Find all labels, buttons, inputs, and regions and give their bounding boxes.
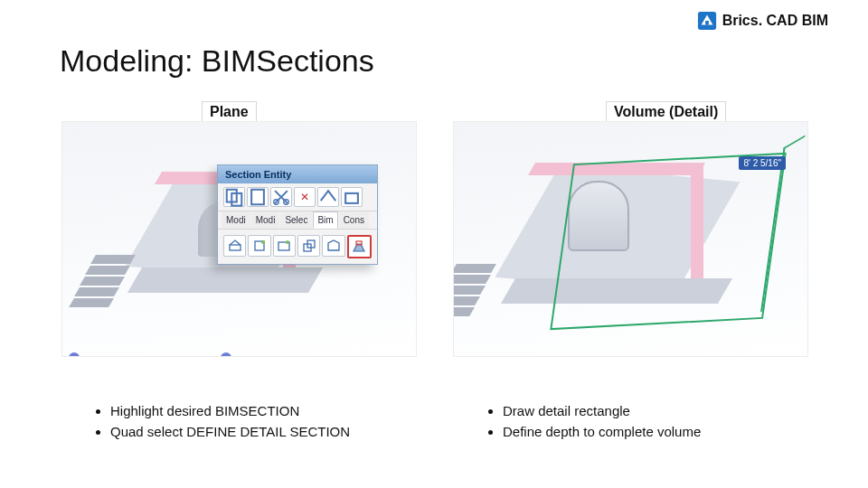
svg-rect-7 [345, 193, 358, 203]
bricscad-logo-icon [697, 11, 717, 31]
stairs [454, 264, 497, 318]
detail-volume-box [550, 153, 787, 330]
quad-toolbar: ✕ [218, 183, 377, 211]
quad-tab-2[interactable]: Selec [280, 211, 312, 229]
brand-name: Brics. CAD BIM [722, 13, 828, 29]
viewport-volume: 8' 2 5/16" [453, 121, 808, 357]
quad-tabs: Modi Modi Selec Bim Cons [218, 211, 377, 230]
slide-title: Modeling: BIMSections [60, 43, 374, 79]
bullets-right: Draw detail rectangle Define depth to co… [486, 401, 701, 442]
brand: Brics. CAD BIM [697, 11, 828, 31]
dimension-chip: 8' 2 5/16" [739, 156, 786, 170]
tool-more-icon[interactable] [341, 187, 363, 207]
bullet-item: Draw detail rectangle [503, 401, 701, 422]
base-slab [127, 267, 322, 293]
column-label-plane: Plane [202, 101, 257, 123]
bim-icon-5[interactable] [322, 235, 344, 257]
quad-popup[interactable]: Section Entity ✕ Modi Modi Selec Bim Con… [217, 164, 378, 265]
bim-icon-1[interactable] [223, 235, 246, 257]
svg-rect-1 [705, 21, 709, 25]
tool-cut-icon[interactable] [270, 187, 292, 207]
quad-popup-title: Section Entity [218, 165, 377, 183]
bim-icon-4[interactable] [297, 235, 320, 257]
quad-tab-3[interactable]: Bim [313, 211, 337, 229]
bullet-item: Quad select DEFINE DETAIL SECTION [110, 422, 350, 443]
svg-rect-8 [230, 245, 241, 250]
bullets-left: Highlight desired BIMSECTION Quad select… [94, 401, 350, 442]
bullet-item: Highlight desired BIMSECTION [110, 401, 350, 422]
quad-tab-0[interactable]: Modi [222, 211, 250, 229]
tool-copy-icon[interactable] [223, 187, 245, 207]
svg-point-12 [286, 240, 289, 244]
tool-page-icon[interactable] [247, 187, 269, 207]
quad-icon-row [218, 230, 377, 264]
bim-icon-3[interactable] [273, 235, 296, 257]
stairs [93, 255, 137, 309]
bim-icon-2[interactable] [248, 235, 270, 257]
tool-section-icon[interactable] [317, 187, 339, 207]
svg-rect-4 [251, 190, 264, 205]
define-detail-section-icon[interactable] [347, 235, 372, 258]
svg-point-10 [261, 240, 265, 244]
column-label-volume: Volume (Detail) [606, 101, 726, 123]
tool-delete-icon[interactable]: ✕ [294, 187, 316, 207]
bullet-item: Define depth to complete volume [503, 422, 701, 443]
quad-tab-4[interactable]: Cons [339, 211, 369, 229]
quad-tab-1[interactable]: Modi [251, 211, 280, 229]
